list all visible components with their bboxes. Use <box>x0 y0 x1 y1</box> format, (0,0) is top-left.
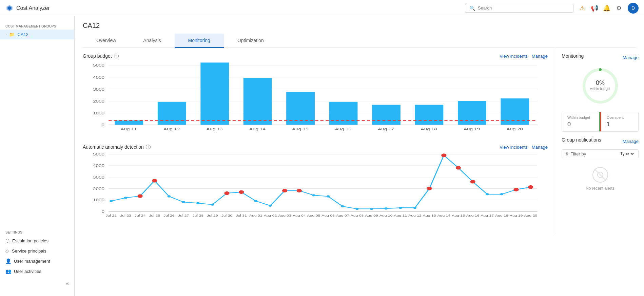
sidebar-item-usermgmt[interactable]: 👤 User management <box>0 256 74 266</box>
svg-text:Aug 13: Aug 13 <box>423 214 436 217</box>
manage-link-budget[interactable]: Manage <box>532 54 548 59</box>
svg-text:Aug 16: Aug 16 <box>335 127 351 131</box>
svg-text:Aug 19: Aug 19 <box>510 214 523 217</box>
megaphone-icon[interactable]: 📢 <box>591 5 598 12</box>
sidebar-item-ca12[interactable]: › 📁 CA12 <box>0 30 74 39</box>
filter-bar[interactable]: ⧖ Filter by Type <box>562 149 639 158</box>
svg-point-70 <box>312 194 315 196</box>
sidebar-item-escalation[interactable]: ⬡ Escalation policies <box>0 236 74 246</box>
notifications-title: Group notifications <box>562 137 601 143</box>
svg-point-66 <box>196 202 199 204</box>
svg-rect-19 <box>286 92 315 125</box>
no-alerts-svg <box>592 166 609 183</box>
sidebar-escalation-label: Escalation policies <box>12 238 48 243</box>
svg-point-74 <box>370 208 373 210</box>
tab-overview[interactable]: Overview <box>83 34 130 48</box>
svg-text:Aug 20: Aug 20 <box>524 214 537 217</box>
svg-text:Aug 12: Aug 12 <box>408 214 422 217</box>
svg-point-59 <box>470 180 475 184</box>
group-budget-actions: View incidents Manage <box>500 54 548 59</box>
svg-text:Aug 13: Aug 13 <box>206 127 222 131</box>
svg-text:2000: 2000 <box>93 99 104 103</box>
layout: COST MANAGEMENT GROUPS › 📁 CA12 SETTINGS… <box>0 0 644 296</box>
gear-icon[interactable]: ⚙ <box>616 5 622 12</box>
search-input[interactable] <box>478 5 569 11</box>
warning-icon[interactable]: ⚠ <box>579 5 586 12</box>
svg-text:within budget: within budget <box>590 87 610 91</box>
gauge-wrapper: 0% within budget <box>562 66 639 106</box>
manage-link-anomaly[interactable]: Manage <box>532 145 548 150</box>
svg-text:Aug 04: Aug 04 <box>293 214 306 217</box>
settings-label: SETTINGS <box>0 228 74 236</box>
search-box[interactable]: 🔍 <box>465 4 573 13</box>
anomaly-detection-actions: View incidents Manage <box>500 145 548 150</box>
no-alerts-icon <box>592 166 609 183</box>
svg-point-111 <box>599 68 602 71</box>
svg-point-78 <box>486 193 489 195</box>
svg-text:Aug 16: Aug 16 <box>466 214 480 217</box>
view-incidents-link-budget[interactable]: View incidents <box>500 54 528 59</box>
group-budget-header: Group budget i View incidents Manage <box>83 53 548 59</box>
svg-point-56 <box>427 187 432 190</box>
monitoring-panel-header: Monitoring Manage <box>562 53 639 61</box>
svg-point-58 <box>456 166 461 170</box>
svg-rect-20 <box>329 102 358 125</box>
within-budget-stat: Within budget 0 <box>562 112 600 131</box>
svg-text:0: 0 <box>102 123 104 127</box>
folder-icon: 📁 <box>9 32 15 37</box>
cost-management-label: COST MANAGEMENT GROUPS <box>0 22 74 30</box>
tab-analysis[interactable]: Analysis <box>130 34 174 48</box>
svg-text:4000: 4000 <box>93 75 104 79</box>
gauge-svg: 0% within budget <box>580 66 621 106</box>
svg-text:Aug 12: Aug 12 <box>163 127 180 131</box>
svg-rect-23 <box>458 101 486 125</box>
svg-point-54 <box>282 189 287 192</box>
svg-text:Aug 09: Aug 09 <box>365 214 378 217</box>
no-alerts-text: No recent alerts <box>586 186 614 191</box>
svg-text:Aug 17: Aug 17 <box>378 127 394 131</box>
avatar[interactable]: D <box>628 3 639 14</box>
svg-rect-21 <box>372 105 401 125</box>
svg-point-75 <box>385 207 388 209</box>
search-icon: 🔍 <box>469 5 475 11</box>
svg-text:Aug 14: Aug 14 <box>437 214 451 217</box>
type-select[interactable]: Type <box>619 151 635 156</box>
filter-label: Filter by <box>570 151 586 156</box>
notifications-manage-link[interactable]: Manage <box>623 139 639 144</box>
svg-text:Aug 03: Aug 03 <box>278 214 291 217</box>
svg-text:5000: 5000 <box>93 152 104 156</box>
filter-left: ⧖ Filter by <box>565 151 586 156</box>
view-incidents-link-anomaly[interactable]: View incidents <box>500 145 528 150</box>
svg-line-116 <box>594 169 606 181</box>
group-budget-title: Group budget i <box>83 53 119 59</box>
side-panel: Monitoring Manage 0% within budget <box>556 48 644 234</box>
tabs: Overview Analysis Monitoring Optimizatio… <box>83 34 636 48</box>
svg-text:2000: 2000 <box>93 187 104 191</box>
tab-monitoring[interactable]: Monitoring <box>175 34 224 48</box>
navbar: Cost Analyzer 🔍 ⚠ 📢 🔔 ⚙ D <box>0 0 644 16</box>
svg-point-52 <box>224 191 229 195</box>
svg-point-65 <box>182 201 185 203</box>
monitoring-manage-link[interactable]: Manage <box>623 55 639 60</box>
svg-text:Jul 26: Jul 26 <box>163 214 175 217</box>
content-main: Group budget i View incidents Manage <box>75 48 556 234</box>
tab-optimization[interactable]: Optimization <box>224 34 277 48</box>
svg-point-51 <box>152 179 157 183</box>
sidebar-item-useract[interactable]: 👥 User activities <box>0 266 74 276</box>
sidebar-item-service[interactable]: ◇ Service principals <box>0 246 74 256</box>
overspent-label: Overspent <box>607 115 633 119</box>
sidebar-spacer <box>0 39 74 228</box>
svg-point-69 <box>269 205 272 207</box>
sidebar-usermgmt-label: User management <box>14 259 50 264</box>
within-budget-value: 0 <box>567 121 594 128</box>
overspent-stat: Overspent 1 <box>600 112 639 131</box>
svg-rect-22 <box>415 105 444 125</box>
main-content: CA12 Overview Analysis Monitoring Optimi… <box>75 16 644 296</box>
svg-text:Jul 24: Jul 24 <box>135 214 146 217</box>
svg-text:Jul 29: Jul 29 <box>207 214 218 217</box>
content-area: Group budget i View incidents Manage <box>75 48 644 234</box>
svg-text:Aug 06: Aug 06 <box>321 214 335 217</box>
svg-text:4000: 4000 <box>93 164 104 168</box>
sidebar-collapse-button[interactable]: « <box>0 276 74 291</box>
bell-icon[interactable]: 🔔 <box>603 5 610 12</box>
